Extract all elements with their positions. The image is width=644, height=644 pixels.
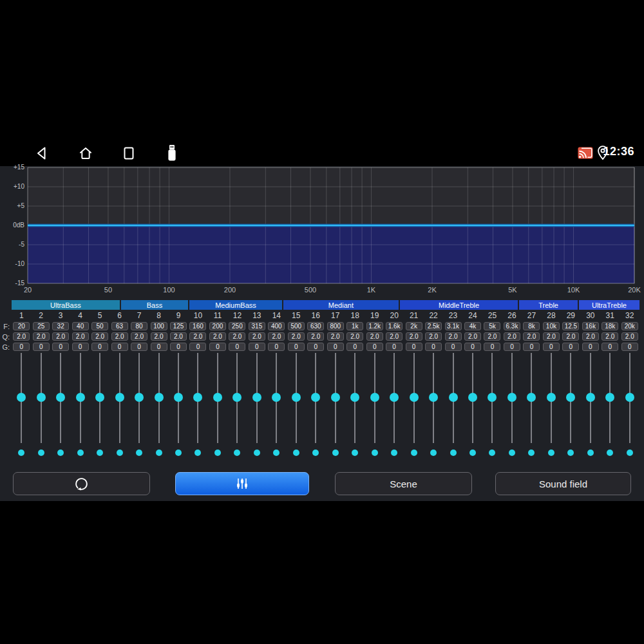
slider-knob[interactable] — [468, 393, 477, 402]
band-segment-treble: Treble — [519, 300, 578, 310]
slider-knob[interactable] — [252, 393, 261, 402]
screen: { "status_bar": { "time": "12:36", "nav_… — [0, 0, 644, 644]
slider-knob[interactable] — [232, 393, 242, 402]
band-label: MiddleTreble — [439, 301, 479, 309]
channel-number: 9 — [176, 311, 181, 320]
slider-knob[interactable] — [95, 393, 104, 402]
slider-knob[interactable] — [292, 393, 301, 402]
slider-knob[interactable] — [350, 393, 359, 402]
gain-value: 0 — [307, 343, 324, 351]
frequency-tick-label: 5K — [498, 286, 527, 294]
channel-column: 233.1k2.00 — [443, 311, 462, 354]
slider-knob[interactable] — [566, 393, 575, 402]
slider-knob[interactable] — [135, 393, 144, 402]
frequency-tick-label: 2K — [418, 286, 446, 294]
slider-knob[interactable] — [507, 393, 516, 402]
channel-column: 212k2.00 — [404, 311, 423, 354]
channel-number: 29 — [567, 311, 575, 320]
q-row-label: Q: — [0, 333, 10, 341]
freq-value: 315 — [249, 322, 265, 330]
back-icon[interactable] — [35, 146, 50, 161]
q-value: 2.0 — [189, 332, 206, 341]
q-value: 2.0 — [386, 332, 402, 341]
channel-column: 178002.00 — [326, 311, 345, 354]
channel-number: 10 — [194, 311, 202, 320]
slider-knob[interactable] — [625, 393, 634, 402]
band-label: UltraTreble — [592, 301, 627, 309]
slider-knob[interactable] — [174, 393, 183, 402]
sound-field-button[interactable]: Sound field — [495, 472, 631, 495]
slider-end-dot — [567, 450, 574, 456]
slider-knob[interactable] — [17, 393, 26, 402]
channel-number: 24 — [468, 311, 477, 320]
slider-end-dot — [18, 450, 24, 456]
channel-number: 17 — [331, 311, 339, 320]
gain-value: 0 — [229, 343, 245, 351]
q-value: 2.0 — [249, 332, 265, 341]
band-segment-middletreble: MiddleTreble — [400, 300, 518, 310]
q-value: 2.0 — [151, 332, 167, 341]
eq-button[interactable] — [175, 472, 309, 495]
slider-knob[interactable] — [193, 393, 202, 402]
channel-column: 2810k2.00 — [542, 311, 561, 354]
scene-button[interactable]: Scene — [335, 472, 472, 495]
slider-knob[interactable] — [311, 393, 320, 402]
slider-knob[interactable] — [488, 393, 497, 402]
slider-knob[interactable] — [155, 393, 164, 402]
channel-column: 255k2.00 — [482, 311, 502, 354]
gain-value: 0 — [209, 343, 226, 351]
gain-tick-label: +5 — [0, 202, 24, 209]
gain-slider-13 — [247, 353, 267, 462]
freq-value: 3.1k — [445, 322, 462, 330]
slider-knob[interactable] — [547, 393, 556, 402]
slider-knob[interactable] — [213, 393, 222, 402]
slider-knob[interactable] — [449, 393, 458, 402]
slider-knob[interactable] — [586, 393, 595, 402]
slider-knob[interactable] — [390, 393, 399, 402]
slider-end-dot — [372, 450, 378, 456]
channel-column: 144002.00 — [267, 311, 286, 354]
slider-knob[interactable] — [76, 393, 85, 402]
channel-number: 26 — [507, 311, 516, 320]
slider-end-dot — [489, 450, 495, 456]
gain-slider-25 — [482, 353, 502, 462]
channel-grid: 1202.002252.003322.004402.005502.006632.… — [12, 311, 639, 354]
frequency-tick-label: 20K — [620, 286, 644, 294]
slider-knob[interactable] — [331, 393, 340, 402]
q-value: 2.0 — [621, 332, 638, 341]
recents-icon[interactable] — [121, 146, 137, 161]
gain-value: 0 — [601, 343, 618, 351]
slider-end-dot — [77, 450, 84, 456]
freq-value: 2k — [406, 322, 422, 330]
band-section-bar: UltraBassBassMediumBassMediantMiddleTreb… — [12, 300, 639, 310]
reset-button[interactable] — [13, 472, 150, 495]
channel-number: 20 — [390, 311, 398, 320]
band-segment-bass: Bass — [121, 300, 188, 310]
channel-column: 155002.00 — [287, 311, 306, 354]
home-icon[interactable] — [78, 146, 93, 161]
q-value: 2.0 — [504, 332, 520, 341]
freq-value: 20k — [621, 322, 638, 330]
gain-value: 0 — [484, 343, 500, 351]
slider-knob[interactable] — [410, 393, 419, 402]
slider-knob[interactable] — [527, 393, 536, 402]
channel-number: 14 — [272, 311, 281, 320]
channel-column: 4402.00 — [70, 311, 90, 354]
q-value: 2.0 — [91, 332, 108, 341]
gain-slider-20 — [384, 353, 404, 462]
slider-knob[interactable] — [370, 393, 379, 402]
slider-knob[interactable] — [272, 393, 281, 402]
slider-end-dot — [312, 450, 319, 456]
freq-value: 12.5 — [562, 322, 579, 330]
q-value: 2.0 — [562, 332, 579, 341]
q-value: 2.0 — [425, 332, 442, 341]
slider-knob[interactable] — [37, 393, 46, 402]
gain-value: 0 — [249, 343, 265, 351]
slider-knob[interactable] — [429, 393, 438, 402]
slider-knob[interactable] — [605, 393, 614, 402]
gain-value: 0 — [445, 343, 462, 351]
slider-knob[interactable] — [56, 393, 65, 402]
channel-column: 244k2.00 — [463, 311, 482, 354]
freq-value: 500 — [288, 322, 305, 330]
slider-knob[interactable] — [115, 393, 124, 402]
